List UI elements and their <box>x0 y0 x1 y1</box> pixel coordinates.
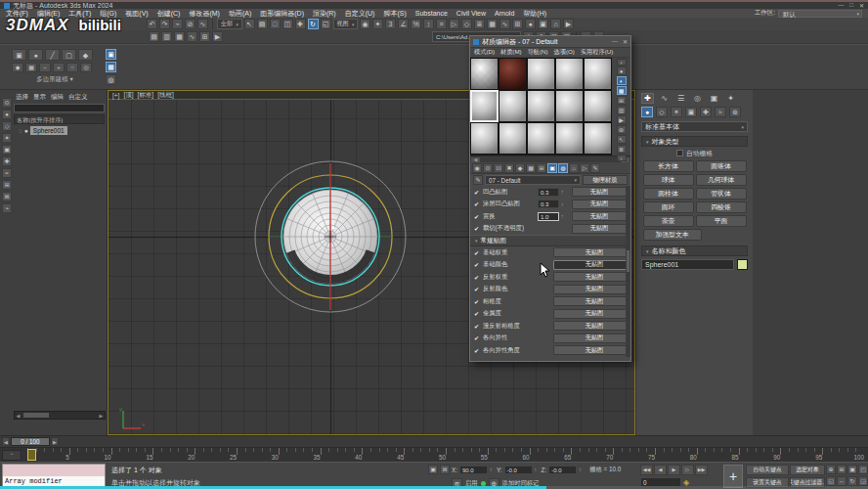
map-enable-checkbox[interactable]: ✔ <box>474 189 481 196</box>
pick-material-from-object-icon[interactable]: ✎ <box>590 163 600 173</box>
border-mode-icon[interactable]: ▢ <box>62 49 76 61</box>
scroll-right-icon[interactable]: ▶ <box>98 413 105 419</box>
maximize-viewport-icon[interactable]: ◲ <box>858 476 868 486</box>
toggle-ribbon-icon[interactable]: ▦ <box>174 31 185 42</box>
schematic-2-icon[interactable]: ⊞ <box>199 31 210 42</box>
use-pivot-center-icon[interactable]: ◉ <box>360 19 370 29</box>
name-and-color-rollout-header[interactable]: ▾ 名称和颜色 <box>641 245 748 256</box>
vertex-mode-icon[interactable]: ● <box>28 49 43 61</box>
subtab-systems[interactable]: ⊛ <box>729 107 741 117</box>
map-slot-button[interactable]: 无贴图 <box>572 187 627 197</box>
select-and-move-icon[interactable]: ✚ <box>295 19 306 29</box>
explorer-menu-item[interactable]: 自定义 <box>68 93 88 101</box>
display-bones-icon[interactable]: ⌁ <box>2 203 12 213</box>
next-frame-button[interactable]: ▷ <box>681 465 694 475</box>
map-enable-checkbox[interactable]: ✔ <box>474 225 481 232</box>
subtab-lights[interactable]: ✶ <box>671 107 682 117</box>
menu-item[interactable]: 脚本(S) <box>383 9 406 19</box>
show-shaded-material-in-viewport-icon[interactable]: ▣ <box>547 163 557 173</box>
map-slot-button[interactable]: 无贴图 <box>553 260 631 270</box>
spinner-icon[interactable]: ↕ <box>561 201 566 207</box>
pan-icon[interactable]: ↔ <box>837 476 846 486</box>
eyedropper-icon[interactable]: ✎ <box>473 175 483 185</box>
pivot-tool-icon[interactable]: ◍ <box>106 74 116 85</box>
spinner-snap-icon[interactable]: ↕ <box>423 19 434 29</box>
scroll-up-icon[interactable]: ∧ <box>617 59 627 66</box>
map-enable-checkbox[interactable]: ✔ <box>474 323 481 330</box>
reset-map-icon[interactable]: ✖ <box>504 163 514 173</box>
map-enable-checkbox[interactable]: ✔ <box>474 200 481 207</box>
material-editor-menu-item[interactable]: 选项(O) <box>554 48 575 57</box>
tab-utilities[interactable]: ✦ <box>724 93 737 104</box>
map-slot-button[interactable]: 无贴图 <box>553 333 631 343</box>
material-sample-slot[interactable] <box>527 122 555 155</box>
maps-vertical-scrollbar[interactable] <box>626 186 630 357</box>
viewport-label-part[interactable]: [顶] <box>123 91 133 100</box>
curve-editor-2-icon[interactable]: ∿ <box>187 31 197 42</box>
scroll-left-icon[interactable]: ◀ <box>471 157 480 162</box>
menu-item[interactable]: 视图(V) <box>125 9 148 19</box>
sample-type-icon[interactable]: ● <box>617 67 627 75</box>
go-to-end-button[interactable]: ▶▶ <box>695 465 708 475</box>
display-lights-icon[interactable]: ✶ <box>2 133 12 143</box>
go-to-parent-icon[interactable]: ⌂ <box>569 163 579 173</box>
subtab-cameras[interactable]: ▣ <box>685 107 697 117</box>
primitive-button[interactable]: 茶壶 <box>643 215 694 227</box>
menu-item[interactable]: 编辑(E) <box>37 9 60 19</box>
scrollbar-thumb[interactable] <box>23 413 49 418</box>
menu-item[interactable]: 文件(F) <box>6 9 28 19</box>
menu-item[interactable]: Arnold <box>495 10 514 17</box>
spinner-icon[interactable]: ↕ <box>535 467 540 472</box>
scrollbar-thumb[interactable] <box>627 250 629 272</box>
sphere-with-rotate-gizmo[interactable] <box>228 134 433 339</box>
expand-icon[interactable]: ◌ <box>19 127 22 134</box>
render-shortcut-icon[interactable]: ▶ <box>212 31 223 42</box>
menu-item[interactable]: 动画(A) <box>229 9 251 19</box>
select-and-scale-icon[interactable]: ◱ <box>321 19 331 29</box>
spinner-icon[interactable]: ↕ <box>561 213 566 219</box>
snaps-toggle-icon[interactable]: 3 <box>385 19 396 29</box>
named-selection-sets-icon[interactable]: ≡ <box>436 19 447 29</box>
menu-item[interactable]: 渲染(R) <box>313 9 336 19</box>
make-unique-icon[interactable]: ◆ <box>515 163 525 173</box>
backlight-icon[interactable]: ◐ <box>617 76 627 85</box>
material-editor-menu-item[interactable]: 材质(M) <box>500 48 522 57</box>
explorer-horizontal-scrollbar[interactable]: ◀ ▶ <box>14 411 106 420</box>
workspace-dropdown[interactable]: 默认▾ <box>778 10 862 18</box>
grow-selection-icon[interactable]: + <box>53 63 65 72</box>
map-amount-field[interactable]: 0.3 <box>538 188 559 197</box>
subtab-space-warps[interactable]: ≈ <box>715 107 726 117</box>
options-icon[interactable]: ⊛ <box>617 125 627 134</box>
menu-item[interactable]: 修改器(M) <box>189 9 220 19</box>
primitive-button[interactable]: 球体 <box>643 174 694 186</box>
play-button[interactable]: ▶ <box>668 465 680 475</box>
object-type-rollout-header[interactable]: ▾ 对象类型 <box>641 136 748 147</box>
material-sample-slot[interactable] <box>555 122 584 155</box>
selected-objects-dropdown[interactable]: 选定对象 <box>790 465 825 475</box>
menu-item[interactable]: 自定义(U) <box>345 9 375 19</box>
select-and-manipulate-icon[interactable]: ✦ <box>372 19 383 29</box>
primitive-button[interactable]: 四棱锥 <box>696 201 747 213</box>
polygon-mode-icon[interactable]: ◆ <box>78 49 93 61</box>
go-to-start-button[interactable]: ◀◀ <box>640 465 653 475</box>
display-cameras-icon[interactable]: ▣ <box>2 145 12 155</box>
material-editor-menu-item[interactable]: 导航(N) <box>528 48 548 57</box>
primitive-button[interactable]: 几何球体 <box>696 174 747 186</box>
zoom-extents-all-icon[interactable]: ◰ <box>858 465 868 474</box>
spinner-icon[interactable]: ↕ <box>490 467 495 472</box>
subtab-shapes[interactable]: ◇ <box>656 107 668 117</box>
map-slot-button[interactable]: 无贴图 <box>572 224 627 234</box>
select-object-icon[interactable]: ↖ <box>244 19 255 29</box>
map-enable-checkbox[interactable]: ✔ <box>474 347 481 354</box>
map-enable-checkbox[interactable]: ✔ <box>474 274 481 281</box>
map-slot-button[interactable]: 无贴图 <box>572 200 627 209</box>
put-to-library-icon[interactable]: ▦ <box>526 163 536 173</box>
get-material-icon[interactable]: ◉ <box>472 163 482 173</box>
dialog-close-button[interactable]: ✕ <box>623 38 628 45</box>
explorer-menu-item[interactable]: 编辑 <box>51 93 64 101</box>
material-sample-slot[interactable] <box>470 90 499 122</box>
unlink-selection-icon[interactable]: ⊘ <box>185 19 195 29</box>
sample-horizontal-scrollbar[interactable]: ◀ ▶ <box>470 156 630 162</box>
percent-snap-icon[interactable]: % <box>411 19 421 29</box>
spinner-icon[interactable]: ↕ <box>561 189 566 195</box>
